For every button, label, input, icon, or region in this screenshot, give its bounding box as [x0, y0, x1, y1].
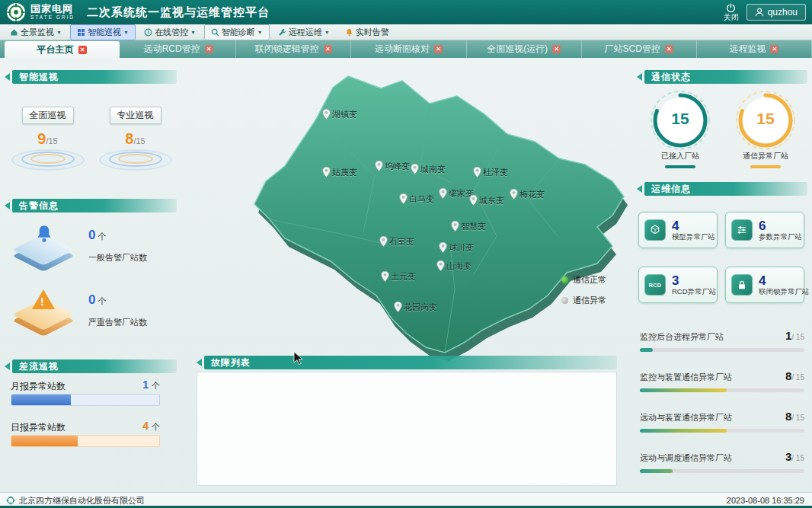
region-map: 湖镇变 姑蔑变 坞峰变 城南变 杜泽变 白马变 缪家变 城东变 梅花变 智慧变 …: [200, 61, 630, 366]
diff-value: 1: [142, 379, 149, 391]
chevron-down-icon: ▼: [324, 30, 330, 35]
gauge-total: /15: [46, 136, 57, 145]
station-pin[interactable]: 姑蔑变: [322, 166, 357, 178]
stat-progress-bar: [640, 348, 804, 352]
station-pin[interactable]: 城南变: [411, 163, 446, 175]
brand-name-en: STATE GRID: [30, 15, 75, 21]
menu-item-panorama[interactable]: 全景监视 ▼: [3, 24, 69, 40]
gauge-value: 15: [648, 110, 712, 128]
home-icon: [10, 28, 18, 37]
location-pin-icon: [473, 167, 481, 177]
card-model-fault[interactable]: 4 模型异常厂站: [638, 212, 718, 248]
alarm-severe-item: ! 0个 严重告警厂站数: [9, 282, 174, 343]
tab-section-check[interactable]: 远动断面核对 ✕: [351, 40, 466, 58]
tab-full-patrol[interactable]: 全面巡视(运行) ✕: [467, 40, 582, 58]
region-map-shape: [200, 61, 630, 366]
station-pin[interactable]: 坞峰变: [375, 160, 410, 172]
tab-close-icon[interactable]: ✕: [770, 45, 778, 53]
menu-item-online-control[interactable]: 在线管控 ▼: [137, 24, 203, 40]
station-pin[interactable]: 白马变: [399, 193, 434, 205]
station-pin[interactable]: 山海变: [436, 260, 472, 272]
menu-item-realtime-alarm[interactable]: 实时告警: [338, 24, 396, 40]
location-pin-icon: [379, 236, 388, 247]
section-header-ops-info: 运维信息: [637, 182, 807, 196]
location-pin-icon: [510, 189, 518, 200]
param-sliders-icon: [736, 224, 748, 236]
menu-item-smart-patrol[interactable]: 智能巡视 ▼: [70, 24, 136, 40]
close-button[interactable]: 关闭: [724, 3, 739, 21]
gauge-full-patrol[interactable]: 全面巡视 9/15: [8, 107, 88, 171]
tab-interlock-logic[interactable]: 联闭锁逻辑管控 ✕: [236, 40, 351, 58]
system-datetime: 2023-08-08 16:35:29: [727, 496, 804, 505]
padlock-icon: [736, 279, 748, 291]
diff-value: 4: [142, 420, 149, 432]
station-pin[interactable]: 土元变: [381, 270, 416, 283]
location-pin-icon: [469, 195, 478, 206]
card-interlock-fault[interactable]: 4 联闭锁异常厂站: [725, 267, 804, 303]
user-icon: [755, 8, 764, 17]
wrench-icon: [278, 28, 286, 37]
green-status-dot-icon: [561, 276, 568, 283]
section-header-comm-status: 通信状态: [637, 70, 807, 84]
section-arrow-icon: [5, 73, 10, 81]
location-pin-icon: [439, 242, 447, 253]
location-pin-icon: [375, 161, 383, 171]
alarm-bell-icon: [33, 223, 56, 246]
diff-row-monthly: 月报异常站数 1 个: [11, 379, 160, 393]
gauge-pro-patrol[interactable]: 专业巡视 8/15: [95, 107, 175, 171]
station-pin[interactable]: 城东变: [469, 194, 504, 206]
tab-close-icon[interactable]: ✕: [205, 45, 213, 53]
fault-list-panel[interactable]: [197, 372, 617, 486]
tab-close-icon[interactable]: ✕: [665, 45, 673, 53]
gauge-comm-fault-stations[interactable]: 15 通信异常厂站: [727, 88, 804, 168]
main-menu-bar: 全景监视 ▼ 智能巡视 ▼ 在线管控 ▼ 智能诊断 ▼ 远程运维 ▼ 实时告警: [0, 24, 812, 40]
station-pin[interactable]: 石室变: [379, 235, 414, 248]
alarm-count: 0: [88, 292, 95, 307]
mouse-cursor-icon: [293, 352, 304, 366]
tab-scd-control[interactable]: 厂站SCD管控 ✕: [582, 40, 697, 58]
card-rcd-fault[interactable]: RCD 3 RCD异常厂站: [638, 267, 718, 303]
grid-icon: [77, 28, 85, 37]
user-account-button[interactable]: quzhou: [746, 4, 806, 21]
location-pin-icon: [439, 188, 447, 199]
section-arrow-icon: [197, 359, 202, 366]
tab-close-icon[interactable]: ✕: [324, 45, 332, 53]
stat-progress-bar: [640, 388, 804, 392]
section-arrow-icon: [637, 185, 642, 193]
station-pin[interactable]: 智慧变: [451, 220, 486, 232]
gauge-label: 通信异常厂站: [727, 151, 804, 161]
user-name: quzhou: [768, 7, 798, 18]
station-pin[interactable]: 花园岗变: [394, 301, 437, 313]
stat-row: 远动与调度通信异常厂站 3/ 15: [640, 450, 804, 473]
diff-bar-daily: [11, 435, 160, 447]
tab-remote-monitor[interactable]: 远程监视 ✕: [697, 40, 812, 58]
tab-rcd-control[interactable]: 远动RCD管控 ✕: [121, 40, 236, 58]
card-param-fault[interactable]: 6 参数异常厂站: [725, 212, 804, 248]
station-pin[interactable]: 湖镇变: [322, 108, 357, 120]
station-pin[interactable]: 梅花变: [510, 188, 545, 200]
location-pin-icon: [399, 193, 408, 204]
station-pin[interactable]: 球川变: [439, 241, 474, 254]
stat-row: 远动与装置通信异常厂站 8/ 15: [640, 410, 804, 433]
location-pin-icon: [322, 109, 331, 120]
tab-close-icon[interactable]: ✕: [78, 46, 87, 54]
location-pin-icon: [394, 302, 402, 312]
gauge-connected-stations[interactable]: 15 已接入厂站: [641, 88, 719, 168]
menu-item-smart-diagnosis[interactable]: 智能诊断 ▼: [204, 24, 270, 40]
header-actions: 关闭 quzhou: [724, 3, 806, 21]
chevron-down-icon: ▼: [257, 30, 263, 35]
gauge-label: 全面巡视: [22, 107, 74, 124]
menu-item-remote-ops[interactable]: 远程运维 ▼: [271, 24, 337, 40]
power-icon: [726, 3, 736, 13]
workspace-tab-bar: 平台主页 ✕ 远动RCD管控 ✕ 联闭锁逻辑管控 ✕ 远动断面核对 ✕ 全面巡视…: [0, 40, 812, 58]
legend-comm-fail: 通信异常: [561, 292, 606, 308]
tab-close-icon[interactable]: ✕: [434, 45, 443, 53]
gauge-total: /15: [133, 136, 145, 145]
tab-close-icon[interactable]: ✕: [552, 45, 561, 53]
tab-platform-home[interactable]: 平台主页 ✕: [5, 41, 120, 58]
section-header-fault-list: 故障列表: [197, 356, 617, 369]
magnifier-icon: [211, 28, 219, 37]
gauge-underline: [750, 165, 781, 168]
card-count: 6: [759, 219, 802, 234]
station-pin[interactable]: 杜泽变: [473, 166, 508, 178]
